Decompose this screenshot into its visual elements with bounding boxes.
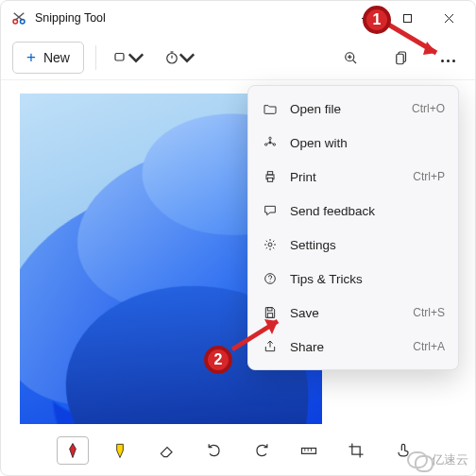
menu-shortcut: Ctrl+S [413, 306, 445, 319]
watermark-icon [407, 451, 428, 468]
svg-point-30 [269, 280, 270, 281]
svg-line-24 [271, 143, 273, 144]
chevron-down-icon [178, 49, 196, 66]
menu-label: Print [290, 170, 401, 184]
menu-label: Share [290, 340, 401, 354]
help-icon [262, 271, 279, 286]
separator [95, 45, 96, 70]
svg-line-23 [267, 143, 269, 144]
annotation-badge-2: 2 [204, 346, 232, 374]
new-snip-button[interactable]: + New [12, 42, 84, 74]
menu-item-tips[interactable]: Tips & Tricks [248, 262, 458, 296]
menu-item-open-with[interactable]: Open with [248, 126, 458, 160]
chevron-down-icon [128, 49, 144, 66]
annotation-arrow-1 [382, 15, 455, 64]
menu-label: Open file [290, 102, 400, 116]
svg-point-21 [273, 144, 275, 145]
menu-item-settings[interactable]: Settings [248, 228, 458, 262]
feedback-icon [262, 203, 279, 218]
menu-label: Tips & Tricks [290, 272, 434, 286]
redo-button[interactable] [246, 436, 278, 465]
menu-label: Send feedback [290, 204, 434, 218]
settings-icon [262, 237, 279, 252]
open-with-icon [262, 135, 279, 150]
menu-label: Open with [290, 136, 434, 150]
folder-open-icon [262, 101, 279, 116]
menu-item-print[interactable]: Print Ctrl+P [248, 160, 458, 194]
watermark: 亿速云 [407, 451, 468, 468]
menu-label: Save [290, 306, 401, 320]
ballpoint-pen-tool[interactable] [57, 436, 89, 465]
zoom-button[interactable] [330, 42, 371, 74]
svg-point-28 [268, 243, 272, 246]
menu-item-send-feedback[interactable]: Send feedback [248, 194, 458, 228]
watermark-text: 亿速云 [432, 451, 468, 468]
window-title: Snipping Tool [35, 11, 106, 25]
menu-shortcut: Ctrl+O [412, 102, 445, 115]
svg-rect-31 [267, 308, 272, 311]
svg-point-20 [264, 144, 266, 145]
ruler-tool[interactable] [293, 436, 325, 465]
editing-toolbar [49, 431, 427, 470]
svg-rect-26 [267, 172, 272, 175]
svg-rect-37 [302, 449, 316, 454]
svg-rect-27 [267, 178, 272, 181]
plus-icon: + [26, 49, 36, 65]
undo-button[interactable] [198, 436, 230, 465]
svg-line-15 [353, 60, 356, 62]
app-icon [10, 9, 27, 26]
menu-shortcut: Ctrl+P [413, 170, 445, 183]
delay-dropdown[interactable] [159, 42, 200, 74]
annotation-badge-1: 1 [363, 6, 391, 34]
svg-rect-8 [115, 53, 124, 60]
crop-tool[interactable] [340, 436, 372, 465]
svg-point-18 [269, 142, 272, 144]
snip-mode-dropdown[interactable] [108, 42, 149, 74]
menu-label: Settings [290, 238, 434, 252]
annotation-arrow-2 [227, 314, 293, 355]
new-label: New [43, 50, 70, 65]
highlighter-tool[interactable] [104, 436, 136, 465]
menu-shortcut: Ctrl+A [413, 340, 445, 353]
eraser-tool[interactable] [151, 436, 183, 465]
print-icon [262, 169, 279, 184]
svg-point-19 [269, 137, 271, 139]
menu-item-open-file[interactable]: Open file Ctrl+O [248, 92, 458, 126]
